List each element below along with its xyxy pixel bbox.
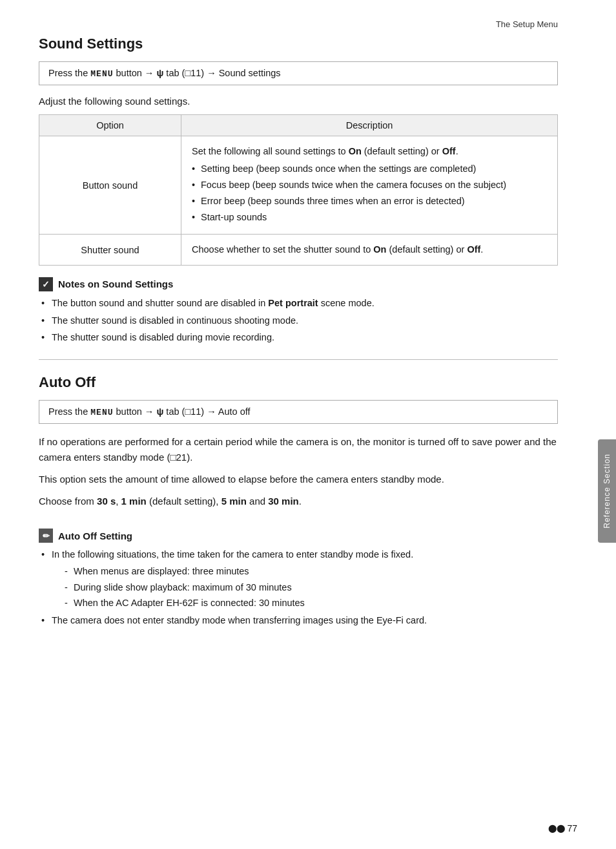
sound-settings-title: Sound Settings [39,36,558,52]
desc-button-sound: Set the following all sound settings to … [181,136,558,235]
button-sound-bullets: Setting beep (beep sounds once when the … [192,162,547,224]
option-shutter-sound: Shutter sound [39,235,181,265]
footer-page-number: ⬤⬤ 77 [548,823,577,833]
list-item: Start-up sounds [192,211,547,225]
menu-keyword: MENU [90,69,113,79]
auto-off-section: Auto Off Press the MENU button → ψ tab (… [39,374,558,628]
option-button-sound: Button sound [39,136,181,235]
check-icon: ✓ [39,277,53,291]
list-item: During slide show playback: maximum of 3… [65,581,558,595]
menu-keyword-2: MENU [90,408,113,417]
table-header-description: Description [181,115,558,136]
sound-settings-press-instruction: Press the MENU button → ψ tab (□11) → So… [39,61,558,85]
auto-off-setting-title: Auto Off Setting [58,530,132,541]
sound-settings-section: Sound Settings Press the MENU button → ψ… [39,36,558,345]
list-item: Error beep (beep sounds three times when… [192,194,547,209]
list-item: When menus are displayed: three minutes [65,565,558,579]
header-section-title: The Setup Menu [39,19,558,29]
table-header-option: Option [39,115,181,136]
auto-off-setting-list: In the following situations, the time ta… [39,548,558,628]
sound-settings-notes-header: ✓ Notes on Sound Settings [39,277,558,291]
sound-settings-notes-box: ✓ Notes on Sound Settings The button sou… [39,277,558,345]
table-row: Shutter sound Choose whether to set the … [39,235,558,265]
page-number: 77 [567,823,577,833]
section-divider [39,359,558,360]
sidebar-label: Reference Section [602,454,611,529]
auto-off-press-instruction: Press the MENU button → ψ tab (□11) → Au… [39,400,558,424]
auto-off-body3: Choose from 30 s, 1 min (default setting… [39,494,558,509]
list-item: Focus beep (beep sounds twice when the c… [192,178,547,193]
table-row: Button sound Set the following all sound… [39,136,558,235]
notes-title: Notes on Sound Settings [58,278,173,289]
sound-notes-list: The button sound and shutter sound are d… [39,297,558,345]
auto-off-body1: If no operations are performed for a cer… [39,434,558,465]
tab-symbol-2: ψ [156,406,163,417]
list-item: The camera does not enter standby mode w… [41,614,558,628]
page-icon: ⬤⬤ [548,824,565,833]
adjust-text: Adjust the following sound settings. [39,96,558,107]
list-item: The shutter sound is disabled in continu… [41,314,558,328]
pencil-icon: ✏ [39,529,53,543]
sidebar-tab: Reference Section [598,439,616,543]
list-item: When the AC Adapter EH-62F is connected:… [65,596,558,611]
desc-shutter-sound: Choose whether to set the shutter sound … [181,235,558,265]
list-item: Setting beep (beep sounds once when the … [192,162,547,176]
auto-off-setting-box: ✏ Auto Off Setting In the following situ… [39,529,558,628]
list-item: In the following situations, the time ta… [41,548,558,611]
tab-symbol: ψ [156,68,163,78]
list-item: The button sound and shutter sound are d… [41,297,558,311]
auto-off-body2: This option sets the amount of time allo… [39,472,558,487]
auto-off-sub-list: When menus are displayed: three minutes … [52,565,558,611]
auto-off-title: Auto Off [39,374,558,391]
list-item: The shutter sound is disabled during mov… [41,331,558,345]
auto-off-setting-header: ✏ Auto Off Setting [39,529,558,543]
sound-settings-table: Option Description Button sound Set the … [39,114,558,266]
